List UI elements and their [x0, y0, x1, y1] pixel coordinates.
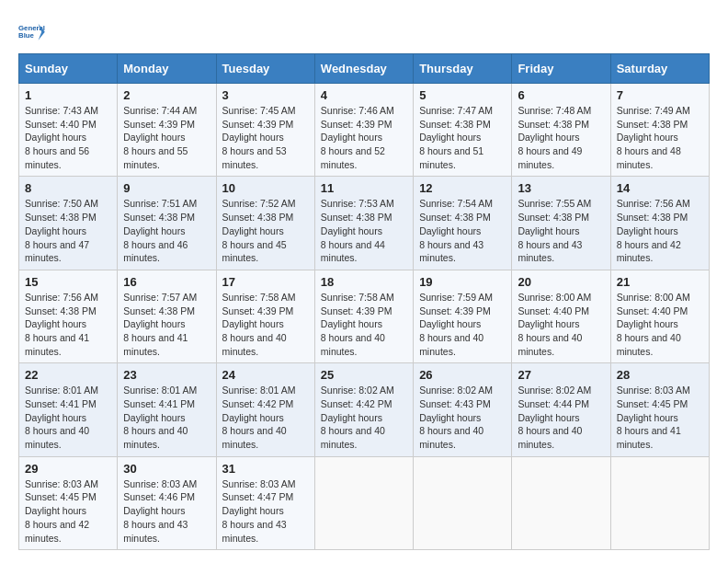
calendar-cell: 21 Sunrise: 8:00 AM Sunset: 4:40 PM Dayl… [610, 270, 709, 362]
sunrise-label: Sunrise: [123, 105, 161, 116]
daylight-label: Daylight hours [518, 225, 579, 236]
sunrise-label: Sunrise: [123, 478, 161, 489]
daylight-label: Daylight hours [222, 318, 284, 329]
calendar-cell: 20 Sunrise: 8:00 AM Sunset: 4:40 PM Dayl… [512, 270, 610, 362]
daylight-label: Daylight hours [518, 318, 579, 329]
daylight-label: Daylight hours [321, 132, 382, 143]
calendar-cell [512, 456, 610, 549]
day-detail: Sunrise: 8:01 AM Sunset: 4:41 PM Dayligh… [123, 384, 210, 451]
sunset-label: Sunset: [321, 398, 357, 409]
sunset-label: Sunset: [222, 305, 258, 316]
calendar-cell: 2 Sunrise: 7:44 AM Sunset: 4:39 PM Dayli… [118, 84, 216, 177]
calendar-cell: 23 Sunrise: 8:01 AM Sunset: 4:41 PM Dayl… [118, 363, 216, 456]
day-number: 6 [518, 88, 604, 102]
calendar-cell: 15 Sunrise: 7:56 AM Sunset: 4:38 PM Dayl… [19, 270, 118, 362]
sunrise-label: Sunrise: [617, 198, 654, 209]
sunset-label: Sunset: [25, 305, 61, 316]
daylight-label: Daylight hours [321, 225, 382, 236]
day-number: 7 [617, 88, 703, 102]
calendar-week-3: 15 Sunrise: 7:56 AM Sunset: 4:38 PM Dayl… [19, 270, 710, 362]
sunrise-label: Sunrise: [25, 198, 63, 209]
daylight-label: Daylight hours [419, 132, 481, 143]
day-detail: Sunrise: 7:59 AM Sunset: 4:39 PM Dayligh… [419, 291, 506, 358]
day-detail: Sunrise: 8:01 AM Sunset: 4:41 PM Dayligh… [25, 384, 111, 451]
sunrise-label: Sunrise: [222, 385, 260, 396]
day-detail: Sunrise: 7:43 AM Sunset: 4:40 PM Dayligh… [25, 104, 111, 171]
sunset-label: Sunset: [321, 119, 357, 130]
calendar-header: SundayMondayTuesdayWednesdayThursdayFrid… [19, 54, 710, 84]
sunset-label: Sunset: [123, 398, 159, 409]
day-detail: Sunrise: 8:03 AM Sunset: 4:47 PM Dayligh… [222, 477, 309, 545]
sunrise-label: Sunrise: [419, 105, 457, 116]
day-detail: Sunrise: 8:02 AM Sunset: 4:42 PM Dayligh… [321, 384, 407, 451]
sunrise-label: Sunrise: [518, 292, 555, 303]
sunset-label: Sunset: [222, 119, 258, 130]
sunrise-label: Sunrise: [25, 105, 63, 116]
day-detail: Sunrise: 8:03 AM Sunset: 4:45 PM Dayligh… [25, 477, 111, 545]
sunrise-label: Sunrise: [617, 292, 654, 303]
day-number: 12 [419, 181, 506, 195]
day-detail: Sunrise: 7:50 AM Sunset: 4:38 PM Dayligh… [25, 197, 111, 264]
day-number: 21 [617, 275, 703, 289]
day-detail: Sunrise: 8:03 AM Sunset: 4:46 PM Dayligh… [123, 477, 210, 545]
calendar-cell: 27 Sunrise: 8:02 AM Sunset: 4:44 PM Dayl… [512, 363, 610, 456]
day-number: 19 [419, 275, 506, 289]
sunset-label: Sunset: [123, 305, 159, 316]
day-detail: Sunrise: 7:49 AM Sunset: 4:38 PM Dayligh… [617, 104, 703, 171]
day-number: 25 [321, 368, 407, 382]
sunset-label: Sunset: [518, 398, 553, 409]
calendar-cell: 28 Sunrise: 8:03 AM Sunset: 4:45 PM Dayl… [610, 363, 709, 456]
sunrise-label: Sunrise: [617, 385, 654, 396]
sunset-label: Sunset: [222, 398, 258, 409]
sunset-label: Sunset: [419, 119, 455, 130]
sunset-label: Sunset: [25, 212, 61, 223]
calendar-cell [610, 456, 709, 549]
day-detail: Sunrise: 7:56 AM Sunset: 4:38 PM Dayligh… [617, 197, 703, 264]
sunrise-label: Sunrise: [419, 292, 457, 303]
day-detail: Sunrise: 8:03 AM Sunset: 4:45 PM Dayligh… [617, 384, 703, 451]
calendar-cell: 1 Sunrise: 7:43 AM Sunset: 4:40 PM Dayli… [19, 84, 118, 177]
daylight-label: Daylight hours [518, 412, 579, 423]
daylight-label: Daylight hours [617, 132, 678, 143]
sunrise-label: Sunrise: [419, 198, 457, 209]
day-number: 30 [123, 462, 210, 476]
day-number: 20 [518, 275, 604, 289]
sunrise-label: Sunrise: [222, 105, 260, 116]
day-detail: Sunrise: 7:51 AM Sunset: 4:38 PM Dayligh… [123, 197, 210, 264]
day-number: 16 [123, 275, 210, 289]
daylight-label: Daylight hours [222, 132, 284, 143]
calendar-cell: 19 Sunrise: 7:59 AM Sunset: 4:39 PM Dayl… [414, 270, 512, 362]
day-detail: Sunrise: 7:58 AM Sunset: 4:39 PM Dayligh… [321, 291, 407, 358]
header-day-sunday: Sunday [19, 54, 118, 84]
header-day-tuesday: Tuesday [216, 54, 314, 84]
daylight-label: Daylight hours [617, 318, 678, 329]
sunset-label: Sunset: [222, 491, 258, 502]
sunrise-label: Sunrise: [321, 105, 358, 116]
calendar-cell: 17 Sunrise: 7:58 AM Sunset: 4:39 PM Dayl… [216, 270, 314, 362]
sunset-label: Sunset: [617, 119, 653, 130]
daylight-label: Daylight hours [25, 318, 86, 329]
sunset-label: Sunset: [222, 212, 258, 223]
calendar-cell: 3 Sunrise: 7:45 AM Sunset: 4:39 PM Dayli… [216, 84, 314, 177]
sunrise-label: Sunrise: [419, 385, 457, 396]
calendar-cell [314, 456, 413, 549]
day-detail: Sunrise: 8:00 AM Sunset: 4:40 PM Dayligh… [518, 291, 604, 358]
svg-text:Blue: Blue [18, 31, 35, 40]
sunset-label: Sunset: [25, 398, 61, 409]
day-detail: Sunrise: 7:56 AM Sunset: 4:38 PM Dayligh… [25, 291, 111, 358]
header-day-monday: Monday [118, 54, 216, 84]
sunset-label: Sunset: [123, 119, 159, 130]
day-detail: Sunrise: 7:57 AM Sunset: 4:38 PM Dayligh… [123, 291, 210, 358]
calendar-cell: 30 Sunrise: 8:03 AM Sunset: 4:46 PM Dayl… [118, 456, 216, 549]
day-number: 8 [25, 181, 111, 195]
daylight-label: Daylight hours [222, 412, 284, 423]
daylight-label: Daylight hours [222, 505, 284, 516]
daylight-label: Daylight hours [25, 412, 86, 423]
page-header: GeneralBlue [18, 18, 710, 46]
sunrise-label: Sunrise: [518, 198, 555, 209]
day-number: 17 [222, 275, 309, 289]
calendar-cell: 12 Sunrise: 7:54 AM Sunset: 4:38 PM Dayl… [414, 177, 512, 270]
daylight-label: Daylight hours [123, 412, 185, 423]
day-number: 23 [123, 368, 210, 382]
sunset-label: Sunset: [419, 398, 455, 409]
